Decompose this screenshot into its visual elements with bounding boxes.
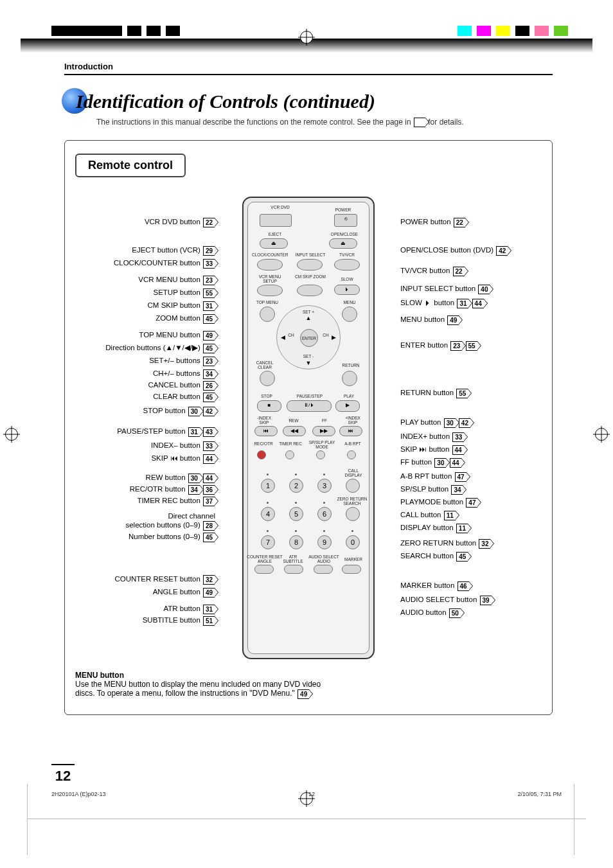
page-ref: 31 — [457, 299, 468, 308]
callout-row: OPEN/CLOSE button (DVD) 42 — [400, 244, 508, 256]
callout-row: MARKER button 46 — [400, 580, 470, 591]
ff-button: ▶▶ — [312, 426, 335, 436]
dot-icon — [295, 530, 297, 532]
callout-label: VCR MENU button — [138, 276, 202, 283]
page-ref: 11 — [444, 511, 456, 520]
stop-button: ■ — [257, 400, 281, 412]
label-indexm: -INDEX SKIP — [253, 416, 275, 425]
number-button-4: 4 — [261, 507, 275, 521]
skip-prev-button: ⏮ — [254, 426, 278, 436]
page-ref: 42 — [496, 246, 508, 256]
callout-label: EJECT button (VCR) — [132, 246, 202, 254]
page-ref: 45 — [456, 552, 468, 562]
callout-row: CALL button 11 — [400, 509, 456, 520]
label-atr: ATR SUBTITLE — [280, 554, 306, 563]
page-ref: 45 — [203, 533, 215, 542]
crop-mark — [27, 819, 586, 819]
callout-row: DISPLAY button 11 — [400, 522, 468, 533]
page-ref: 44 — [203, 474, 215, 483]
page-ref: 49 — [203, 588, 215, 598]
callout-label: CH+/– buttons — [153, 369, 202, 377]
callout-label: INDEX– button — [151, 441, 202, 449]
callout-row: TIMER REC button 37 — [137, 495, 215, 506]
callout-label: ENTER button — [400, 341, 450, 349]
callout-row: ATR button 31 — [163, 603, 215, 614]
callout-label: ZERO RETURN button — [400, 539, 478, 547]
zero-button — [346, 507, 360, 521]
label-cancel: CANCEL CLEAR — [252, 360, 278, 369]
page-ref: 50 — [449, 608, 461, 618]
power-button: ⎋ — [334, 214, 357, 227]
callout-label: OPEN/CLOSE button (DVD) — [400, 246, 495, 254]
label-ch-minus: CH — [286, 333, 296, 337]
callout-label: PLAYMODE button — [400, 498, 465, 506]
input-select-button — [297, 259, 323, 270]
page-ref: 44 — [450, 458, 461, 468]
vcr-menu-button — [257, 285, 283, 296]
label-menu: MENU — [337, 300, 362, 305]
dot-icon — [295, 502, 297, 504]
callout-row: COUNTER RESET button 32 — [114, 573, 215, 585]
callout-label: AUDIO SELECT button — [400, 596, 479, 603]
callout-row: REW button 30 44 — [146, 472, 215, 483]
callout-row: INPUT SELECT button 40 — [400, 283, 490, 294]
label-call: CALL DISPLAY — [341, 468, 366, 477]
callout-row: RETURN button 55 — [400, 387, 468, 398]
callout-row: selection buttons (0–9) 28 — [125, 519, 215, 531]
page-ref: 39 — [480, 596, 492, 605]
page-ref: 26 — [203, 381, 215, 391]
page-ref: 47 — [455, 472, 466, 482]
callout-row: EJECT button (VCR) 29 — [132, 244, 215, 256]
page-ref: 44 — [203, 454, 215, 464]
page-ref: 49 — [203, 331, 215, 341]
note-body: Use the MENU button to display the menu … — [75, 680, 321, 698]
play-button: ▶ — [335, 400, 360, 412]
callout-label: SEARCH button — [400, 552, 456, 560]
registration-mark-icon — [595, 428, 608, 441]
label-recotr: REC/OTR — [251, 441, 276, 446]
callout-label: CLEAR button — [153, 393, 202, 400]
callout-label: REC/OTR button — [130, 485, 188, 493]
page-ref: 28 — [203, 521, 215, 531]
footer-meta: 2H20101A (E)p02-13 12 2/10/05, 7:31 PM — [51, 791, 562, 797]
remote-control-frame: Remote control VCR DVD button 22 EJECT b… — [64, 140, 553, 714]
eject-button: ⏏ — [260, 238, 288, 249]
callout-row: STOP button 30 42 — [143, 405, 215, 416]
dot-icon — [267, 530, 269, 532]
rew-button: ◀◀ — [283, 426, 306, 436]
callout-label: ATR button — [163, 605, 202, 612]
callout-row: CH+/– buttons 34 — [153, 368, 215, 379]
number-button-1: 1 — [261, 479, 275, 493]
number-button-2: 2 — [289, 479, 303, 493]
open-close-button: ⏏ — [329, 238, 357, 249]
callout-row: POWER button 22 — [400, 216, 466, 227]
page-ref: 30 — [444, 418, 456, 428]
page-ref: 22 — [454, 218, 465, 227]
label-ch-plus: CH — [321, 333, 331, 337]
callout-label: SET+/– buttons — [149, 357, 202, 364]
page-number: 12 — [51, 764, 75, 784]
page-ref: 34 — [203, 369, 215, 379]
callout-label: AUDIO button — [400, 608, 449, 616]
page-ref: 33 — [203, 259, 215, 269]
page-ref: 55 — [456, 389, 468, 398]
callout-label: COUNTER RESET button — [114, 575, 202, 583]
label-zero: ZERO RETURN SEARCH — [334, 497, 370, 506]
label-tvvcr: TV/VCR — [334, 252, 360, 257]
a-b-rpt-button — [347, 450, 356, 459]
audio-select-button — [314, 565, 333, 574]
callout-row: ENTER button 23 55 — [400, 339, 478, 351]
callout-label: SKIP ⏭ button — [400, 445, 452, 453]
callout-row: AUDIO button 50 — [400, 607, 461, 618]
callout-label: DISPLAY button — [400, 524, 456, 531]
callout-row: CM SKIP button 31 — [148, 299, 215, 311]
callout-label: TIMER REC button — [137, 497, 202, 504]
label-slow: SLOW — [334, 277, 360, 281]
clock-counter-button — [257, 259, 283, 270]
callout-label: FF button — [400, 458, 434, 466]
label-vcrmenu: VCR MENU SETUP — [254, 274, 285, 283]
label-stop: STOP — [256, 394, 278, 398]
page-ref: 31 — [203, 301, 215, 311]
page-ref: 55 — [203, 288, 215, 298]
label-timer: TIMER REC — [276, 441, 305, 446]
